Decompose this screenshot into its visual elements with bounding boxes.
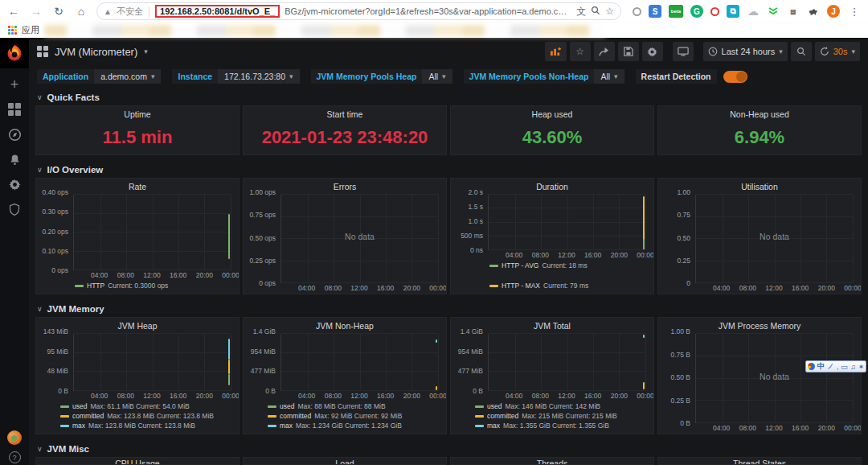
legend-item[interactable]: HTTP - AVGCurrent: 18 ms <box>489 261 588 270</box>
ime-mic-icon[interactable]: ♫ <box>850 363 856 371</box>
legend-item[interactable]: maxMax: 1.234 GiB Current: 1.234 GiB <box>268 422 443 430</box>
legend-item[interactable]: HTTPCurrent: 0.3000 ops <box>75 282 168 290</box>
legend-item[interactable]: committedMax: 123.8 MiB Current: 123.8 M… <box>60 412 235 421</box>
ime-toolbar[interactable]: 中 ノ ‚ ▭ ♫ ✶ <box>805 360 866 372</box>
title-caret-icon[interactable]: ▾ <box>144 47 148 56</box>
singlestat-panel[interactable]: Uptime 11.5 min <box>35 105 240 155</box>
back-icon[interactable]: ← <box>6 5 21 18</box>
refresh-picker[interactable]: 30s ▾ <box>815 42 860 61</box>
extension-j-icon[interactable]: J <box>827 5 840 18</box>
home-icon[interactable]: ⌂ <box>74 5 88 18</box>
create-plus-icon[interactable]: + <box>6 76 23 93</box>
graph-panel[interactable]: Errors 0 ops0.25 ops0.50 ops0.75 ops1.00… <box>243 178 447 294</box>
legend-item[interactable]: usedMax: 61.1 MiB Current: 54.0 MiB <box>60 402 235 411</box>
graph-panel[interactable]: Load <box>243 457 447 465</box>
graph-panel[interactable]: Rate 0 ops0.10 ops0.20 ops0.30 ops0.40 o… <box>35 178 240 294</box>
ime-mode-icon[interactable]: ノ <box>827 361 834 372</box>
legend-item[interactable]: usedMax: 146 MiB Current: 142 MiB <box>475 402 650 411</box>
ime-punct-icon[interactable]: ‚ <box>837 363 838 371</box>
configuration-gear-icon[interactable] <box>6 175 23 193</box>
variable-label: JVM Memory Pools Heap <box>311 69 423 84</box>
panel-title[interactable]: Heap used <box>451 106 653 120</box>
legend-item[interactable]: maxMax: 123.8 MiB Current: 123.8 MiB <box>60 422 235 430</box>
extension-copy-icon[interactable]: ⧉ <box>727 5 739 18</box>
legend-item[interactable]: committedMax: 92 MiB Current: 92 MiB <box>268 412 443 421</box>
section-jvm-misc[interactable]: ∨ JVM Misc <box>29 439 868 457</box>
graph-panel[interactable]: CPU Usage <box>35 457 240 465</box>
cycle-view-tv-button[interactable] <box>673 42 694 61</box>
apps-grid-icon[interactable] <box>8 26 17 35</box>
save-dashboard-button[interactable] <box>618 42 639 61</box>
variable-value-dropdown[interactable]: a.demo.com▾ <box>94 69 161 84</box>
bookmark-star-icon[interactable]: ☆ <box>605 6 614 17</box>
panel-title[interactable]: Uptime <box>36 106 239 120</box>
dashboard-grid-icon[interactable] <box>37 46 48 57</box>
extension-o-icon[interactable] <box>710 7 719 16</box>
ime-keyboard-icon[interactable]: ▭ <box>841 363 848 371</box>
grafana-logo[interactable] <box>0 38 29 68</box>
alerting-bell-icon[interactable] <box>6 150 23 168</box>
ime-globe-icon[interactable] <box>808 363 815 370</box>
star-dashboard-button[interactable]: ☆ <box>570 42 591 61</box>
graph-panel[interactable]: JVM Total 0 B477 MiB954 MiB1.4 GiB 04:00… <box>450 317 654 434</box>
extension-cloud-icon[interactable]: ☁ <box>747 5 760 18</box>
help-icon[interactable]: ? <box>9 451 21 463</box>
graph-panel[interactable]: Thread States <box>657 457 862 465</box>
dashboard-title[interactable]: JVM (Micrometer) <box>55 46 137 58</box>
add-panel-button[interactable] <box>545 42 567 61</box>
panel-title[interactable]: Load <box>244 458 446 465</box>
panel-title[interactable]: Threads <box>451 458 653 465</box>
admin-shield-icon[interactable] <box>6 200 23 218</box>
forward-icon[interactable]: → <box>29 5 43 18</box>
variable-value-dropdown[interactable]: All▾ <box>594 69 624 84</box>
zoom-out-time-button[interactable] <box>791 42 812 61</box>
time-range-picker[interactable]: Last 24 hours ▾ <box>703 42 788 61</box>
panel-title[interactable]: Start time <box>244 106 446 120</box>
translate-icon[interactable]: 文 <box>576 5 586 19</box>
restart-detection-toggle[interactable] <box>723 71 747 83</box>
panel-title[interactable]: CPU Usage <box>36 458 239 465</box>
dashboard-settings-button[interactable] <box>642 42 663 61</box>
graph-panel[interactable]: JVM Process Memory 0 B0.25 B0.50 B0.75 B… <box>657 317 862 434</box>
legend-item[interactable]: maxMax: 1.355 GiB Current: 1.355 GiB <box>475 422 650 430</box>
graph-panel[interactable]: JVM Heap 0 B48 MiB95 MiB143 MiB 04:0008:… <box>35 317 240 434</box>
extension-pin-icon[interactable]: ⧈ <box>787 5 800 18</box>
dashboards-icon[interactable] <box>6 101 23 118</box>
graph-panel[interactable]: JVM Non-Heap 0 B477 MiB954 MiB1.4 GiB 04… <box>243 317 447 434</box>
singlestat-panel[interactable]: Start time 2021-01-23 23:48:20 <box>243 105 447 155</box>
url-text[interactable]: BGz/jvm-micrometer?orgId=1&refresh=30s&v… <box>285 6 571 16</box>
address-bar[interactable]: ▲ 不安全 | 192.168.2.50:8081/d/tvO_E_ BGz/j… <box>96 2 621 20</box>
extension-puzzle-icon[interactable] <box>807 5 820 18</box>
zoom-page-icon[interactable] <box>591 6 600 18</box>
variable-value-dropdown[interactable]: All▾ <box>422 69 452 84</box>
section-quick-facts[interactable]: ∨ Quick Facts <box>29 88 868 105</box>
share-dashboard-button[interactable] <box>594 42 615 61</box>
singlestat-panel[interactable]: Non-Heap used 6.94% <box>657 105 862 155</box>
extension-ring-icon[interactable] <box>633 7 641 16</box>
graph-panel[interactable]: Duration 0 ns500 ms1.0 s1.5 s2.0 s 04:00… <box>450 178 654 294</box>
legend-item[interactable]: HTTP - MAXCurrent: 79 ms <box>489 282 588 290</box>
extension-g-icon[interactable]: G <box>690 5 703 18</box>
extension-chevrons-icon[interactable] <box>767 5 780 18</box>
graph-panel[interactable]: Threads <box>450 457 654 465</box>
url-highlighted-annotation[interactable]: 192.168.2.50:8081/d/tvO_E_ <box>155 5 280 18</box>
legend-item[interactable]: usedMax: 88 MiB Current: 88 MiB <box>268 402 443 411</box>
legend-item[interactable]: committedMax: 215 MiB Current: 215 MiB <box>475 412 650 421</box>
section-jvm-memory[interactable]: ∨ JVM Memory <box>29 299 868 317</box>
user-avatar[interactable] <box>7 430 22 445</box>
explore-compass-icon[interactable] <box>6 126 23 143</box>
graph-panel[interactable]: Utilisation 00.250.500.751.00 No data 04… <box>657 178 862 294</box>
panel-title[interactable]: Thread States <box>658 458 861 465</box>
section-io-overview[interactable]: ∨ I/O Overview <box>29 160 868 178</box>
extension-s-icon[interactable]: S <box>649 5 661 18</box>
apps-label[interactable]: 应用 <box>22 24 39 36</box>
browser-menu-icon[interactable]: ⋮ <box>847 6 862 18</box>
panel-title[interactable]: Non-Heap used <box>658 106 861 120</box>
variable-value-dropdown[interactable]: 172.16.73.23:80▾ <box>218 69 299 84</box>
reload-icon[interactable]: ↻ <box>51 5 66 18</box>
singlestat-panel[interactable]: Heap used 43.60% <box>450 105 654 155</box>
warning-icon[interactable]: ▲ <box>104 7 112 16</box>
extension-beta-icon[interactable]: beta <box>669 5 683 18</box>
ime-settings-icon[interactable]: ✶ <box>858 363 865 371</box>
ime-lang-label[interactable]: 中 <box>817 361 825 372</box>
